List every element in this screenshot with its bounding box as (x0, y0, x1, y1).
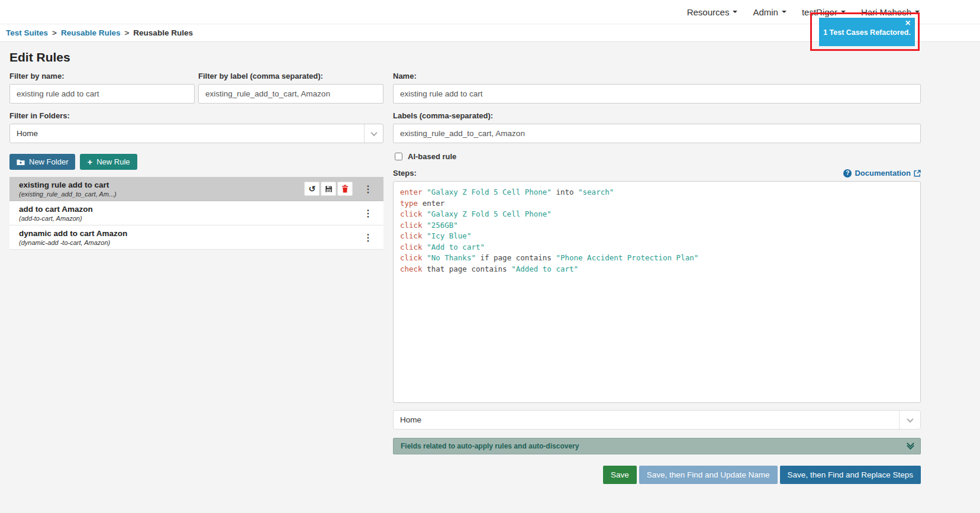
documentation-label: Documentation (855, 169, 911, 178)
breadcrumb-current: Reusable Rules (133, 28, 193, 37)
labels-label: Labels (comma-separated): (393, 111, 921, 120)
select-arrow-zone (364, 124, 383, 143)
rule-labels: (existing_rule_add_to_cart, Am...) (19, 191, 304, 198)
rule-title: add to cart Amazon (19, 205, 361, 214)
rule-folder-select[interactable]: Home (393, 410, 921, 430)
ai-based-rule-checkbox[interactable] (395, 153, 402, 160)
rule-labels-input[interactable] (393, 124, 921, 143)
breadcrumb-test-suites[interactable]: Test Suites (6, 28, 48, 37)
undo-icon: ↺ (308, 185, 315, 193)
chevron-down-icon (907, 415, 913, 422)
close-icon[interactable]: ✕ (905, 19, 911, 27)
plus-icon: + (87, 157, 92, 166)
filter-by-name-label: Filter by name: (9, 72, 195, 80)
save-find-replace-steps-button[interactable]: Save, then Find and Replace Steps (780, 466, 921, 484)
rule-row-selected[interactable]: existing rule add to cart (existing_rule… (9, 177, 383, 201)
new-rule-button[interactable]: + New Rule (80, 154, 137, 170)
auto-apply-fields-toggle[interactable]: Fields related to auto-apply rules and a… (393, 438, 921, 454)
rule-name-input[interactable] (393, 84, 921, 104)
save-find-update-name-button[interactable]: Save, then Find and Update Name (639, 466, 778, 484)
undo-button[interactable]: ↺ (304, 182, 320, 196)
main-content: Edit Rules Filter by name: Filter by lab… (0, 50, 980, 484)
kebab-menu-icon[interactable]: ⋮ (361, 183, 375, 195)
nav-resources-label: Resources (687, 7, 730, 17)
documentation-link[interactable]: ? Documentation (843, 169, 921, 178)
kebab-menu-icon[interactable]: ⋮ (361, 232, 375, 243)
auto-apply-fields-label: Fields related to auto-apply rules and a… (401, 442, 579, 450)
rules-browser-panel: Filter by name: Filter by label (comma s… (9, 72, 383, 250)
select-arrow-zone (899, 411, 920, 429)
save-rule-button[interactable] (321, 182, 336, 196)
external-link-icon (914, 170, 921, 177)
nav-admin-label: Admin (753, 7, 778, 17)
rule-labels: (add-to-cart, Amazon) (19, 215, 361, 222)
chevron-down-icon (370, 129, 377, 135)
filter-folders-value: Home (17, 129, 38, 138)
ai-based-rule-label: AI-based rule (408, 152, 456, 161)
page-title: Edit Rules (9, 50, 921, 64)
save-button[interactable]: Save (603, 466, 637, 484)
double-chevron-down-icon (908, 444, 913, 449)
rule-folder-value: Home (400, 415, 421, 424)
new-folder-button[interactable]: New Folder (9, 154, 75, 170)
chevron-down-icon (782, 11, 786, 13)
filter-by-name-input[interactable] (9, 84, 195, 104)
filter-folders-select[interactable]: Home (9, 124, 383, 143)
rule-row[interactable]: dynamic add to cart Amazon (dynamic-add … (9, 225, 383, 250)
breadcrumb-reusable-rules[interactable]: Reusable Rules (61, 28, 121, 37)
rule-row[interactable]: add to cart Amazon (add-to-cart, Amazon)… (9, 201, 383, 225)
new-rule-label: New Rule (96, 157, 130, 166)
toast-highlight-box: ✕ 1 Test Cases Refactored. (810, 12, 920, 51)
folder-plus-icon (17, 159, 25, 166)
breadcrumb-separator: > (124, 28, 129, 37)
steps-code: enter "Galaxy Z Fold 5 Cell Phone" into … (400, 187, 914, 275)
nav-admin[interactable]: Admin (753, 7, 786, 17)
steps-code-editor[interactable]: enter "Galaxy Z Fold 5 Cell Phone" into … (393, 181, 921, 403)
trash-icon (341, 185, 349, 193)
question-circle-icon: ? (843, 169, 852, 178)
rules-list: existing rule add to cart (existing_rule… (9, 177, 383, 250)
new-folder-label: New Folder (29, 157, 68, 166)
rule-title: existing rule add to cart (19, 180, 304, 189)
rule-title: dynamic add to cart Amazon (19, 229, 361, 238)
kebab-menu-icon[interactable]: ⋮ (361, 208, 375, 219)
chevron-down-icon (733, 11, 737, 13)
toast-message: 1 Test Cases Refactored. (819, 28, 915, 37)
filter-by-label-input[interactable] (198, 84, 383, 104)
floppy-save-icon (325, 185, 333, 193)
rule-editor-panel: Name: Labels (comma-separated): AI-based… (393, 72, 921, 484)
rule-labels: (dynamic-add -to-cart, Amazon) (19, 239, 361, 246)
filter-by-label-label: Filter by label (comma separated): (198, 72, 383, 80)
nav-resources[interactable]: Resources (687, 7, 738, 17)
filter-in-folders-label: Filter in Folders: (9, 111, 383, 120)
name-label: Name: (393, 72, 921, 80)
breadcrumb-separator: > (52, 28, 57, 37)
steps-label: Steps: (393, 169, 417, 178)
toast-notification: ✕ 1 Test Cases Refactored. (819, 18, 915, 46)
delete-rule-button[interactable] (337, 182, 353, 196)
